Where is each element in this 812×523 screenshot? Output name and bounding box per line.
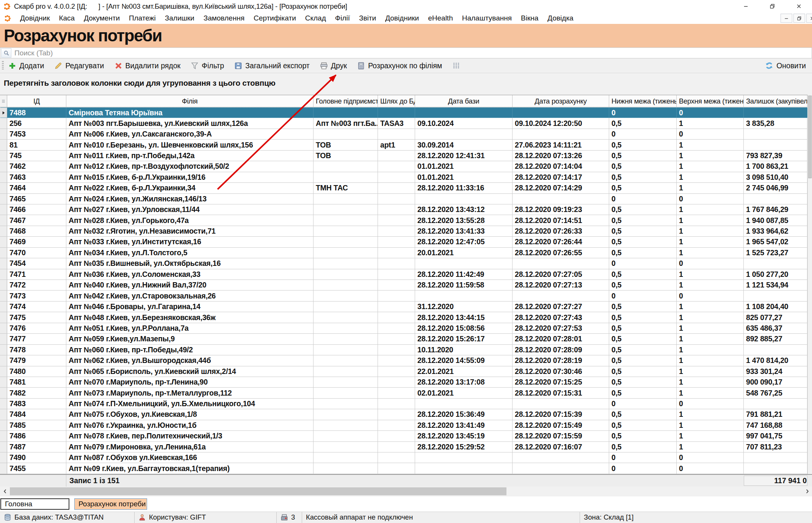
menu-item-10[interactable]: Довідники: [381, 14, 423, 22]
cell-base-date: 20.01.2021: [415, 248, 513, 258]
cell-dbpath: [378, 194, 415, 204]
menu-item-8[interactable]: Філії: [331, 14, 354, 22]
vertical-scrollbar[interactable]: [807, 95, 812, 474]
mdi-minimize-button[interactable]: [781, 14, 792, 23]
column-header-stock[interactable]: Залишок (закупівельн: [744, 95, 807, 107]
table-row[interactable]: 7466Апт №027 г.Киев, ул.Урловская,11/442…: [0, 204, 812, 215]
cell-filia: Апт №073 г.Мариуполь, пр-т.Металлургов,1…: [66, 388, 314, 398]
menu-item-11[interactable]: eHealth: [423, 14, 458, 22]
table-row[interactable]: 7471Апт №036 г.Киев, ул.Соломенская,3328…: [0, 269, 812, 280]
column-header-upper[interactable]: Верхня межа (тижень): [677, 95, 744, 107]
table-row[interactable]: 7484Апт №075 г.Обухов, ул.Киевская,1/828…: [0, 409, 812, 420]
column-header-base-date[interactable]: Дата бази: [415, 95, 513, 107]
table-row[interactable]: 7472Апт №040 г.Киев, ул.Нижний Вал,37/20…: [0, 280, 812, 291]
mdi-restore-button[interactable]: [793, 14, 805, 23]
search-input[interactable]: [12, 49, 812, 57]
column-header-lower[interactable]: Нижня межа (тижень): [609, 95, 677, 107]
menu-item-3[interactable]: Платежі: [124, 14, 160, 22]
table-row[interactable]: 7481Апт №070 г.Мариуполь, пр-т.Ленина,90…: [0, 377, 812, 388]
table-row[interactable]: 7475Апт №048 г.Киев, ул.Березняковская,3…: [0, 312, 812, 323]
window-restore-button[interactable]: [759, 0, 785, 13]
cell-filia: Апт №028 г.Киев, ул.Горького,47а: [66, 215, 314, 225]
table-row[interactable]: 7473Апт №042 г.Киев, ул.Старовокзальная,…: [0, 291, 812, 301]
menu-item-12[interactable]: Налаштування: [458, 14, 516, 22]
table-row[interactable]: 256Апт №003 пгт.Барышевка, ул.Киевский ш…: [0, 118, 812, 129]
table-row[interactable]: 7465Апт №024 г.Киев, ул.Жилянская,146/13…: [0, 194, 812, 204]
cell-calc-date: 28.12.2020 07:28:01: [513, 334, 609, 344]
menu-item-6[interactable]: Сертифікати: [249, 14, 301, 22]
vertical-scrollbar-thumb[interactable]: [808, 96, 812, 178]
toolbar-button-print[interactable]: Друк: [320, 61, 347, 70]
table-row[interactable]: 7490Апт №087 г.Обухов ул.Киевская,16600: [0, 452, 812, 463]
cell-id: 7455: [7, 463, 66, 473]
menu-item-7[interactable]: Склад: [301, 14, 331, 22]
table-row[interactable]: 7476Апт №051 г.Киев, ул.Р.Роллана,7а28.1…: [0, 323, 812, 334]
tab-rozrahunok-potreby[interactable]: Розрахунок потреби: [74, 498, 147, 510]
menu-item-1[interactable]: Каса: [54, 14, 79, 22]
table-row[interactable]: 7482Апт №073 г.Мариуполь, пр-т.Металлург…: [0, 388, 812, 398]
table-row[interactable]: 7478Апт №060 г.Киев, пр-т.Победы,49/210.…: [0, 345, 812, 355]
tab-home[interactable]: Головна: [0, 498, 69, 510]
table-row[interactable]: 7463Апт №015 г.Киев, б-р.Л.Украинки,19/1…: [0, 172, 812, 183]
column-header-head[interactable]: Головне підприємство: [314, 95, 378, 107]
table-row[interactable]: 745Апт №011 г.Киев, пр-т.Победы,142аТОВ2…: [0, 151, 812, 161]
toolbar-button-filter[interactable]: Фільтр: [191, 61, 224, 70]
cell-head: [314, 129, 378, 139]
toolbar-button-delete[interactable]: Видалити рядок: [114, 61, 181, 70]
horizontal-scrollbar[interactable]: [0, 487, 812, 496]
horizontal-scrollbar-thumb[interactable]: [10, 487, 506, 495]
table-row[interactable]: 7464Апт №022 г.Киев, б-р.Л.Украинки,34ТМ…: [0, 183, 812, 193]
table-row[interactable]: 7483Апт №074 г.П-Хмельницкий, ул.Б.Хмель…: [0, 399, 812, 409]
table-row[interactable]: 7462Апт №012 г.Киев, пр-т.Воздухофлотски…: [0, 161, 812, 172]
toolbar-button-columns[interactable]: [452, 62, 460, 70]
table-row[interactable]: 7486Апт №078 г.Киев, пер.Политехнический…: [0, 431, 812, 441]
search-icon[interactable]: [1, 48, 11, 58]
scroll-right-icon[interactable]: [803, 487, 811, 496]
table-row[interactable]: 7470Апт №034 г.Киев, ул.Л.Толстого,520.0…: [0, 248, 812, 258]
scroll-left-icon[interactable]: [1, 487, 9, 496]
window-minimize-button[interactable]: [732, 0, 759, 13]
toolbar-button-edit[interactable]: Редагувати: [54, 61, 104, 70]
table-row[interactable]: 7488Смірнова Тетяна Юрьївна00: [0, 107, 812, 118]
table-row[interactable]: 81Апт №010 г.Березань, ул. Шевченковский…: [0, 140, 812, 150]
mdi-close-button[interactable]: [806, 14, 812, 23]
table-row[interactable]: 7468Апт №032 г.Яготин, ул.Независимости,…: [0, 226, 812, 237]
refresh-button[interactable]: Оновити: [765, 61, 806, 70]
table-row[interactable]: 7467Апт №028 г.Киев, ул.Горького,47а28.1…: [0, 215, 812, 226]
menu-item-9[interactable]: Звіти: [354, 14, 381, 22]
row-indicator: [0, 248, 7, 258]
table-row[interactable]: 7477Апт №059 г.Киев,ул.Мазепы,928.12.202…: [0, 334, 812, 344]
column-header-calc-date[interactable]: Дата розрахунку: [513, 95, 609, 107]
cell-stock: 1 767 846,29: [744, 204, 807, 215]
toolbar-button-export[interactable]: Загальний експорт: [234, 61, 310, 70]
table-row[interactable]: 7454Апт №035 г.Вишневый, ул.Октябрьская,…: [0, 258, 812, 269]
menu-item-5[interactable]: Замовлення: [199, 14, 249, 22]
table-row[interactable]: 7485Апт №076 г.Украинка, ул.Юности,1б28.…: [0, 420, 812, 431]
table-row[interactable]: 7455Апт №09 г.Киев, ул.Баггаутовская,1(т…: [0, 463, 812, 474]
window-close-button[interactable]: [785, 0, 812, 13]
cell-upper: 0: [677, 452, 744, 463]
cell-lower: 0,5: [609, 161, 677, 171]
table-row[interactable]: 7453Апт №006 г.Киев, ул.Саксаганского,39…: [0, 129, 812, 140]
cell-upper: 1: [677, 431, 744, 441]
toolbar-button-add[interactable]: Додати: [8, 61, 44, 70]
grid-corner-icon[interactable]: [0, 95, 7, 107]
cell-filia: Апт №048 г.Киев, ул.Березняковская,36ж: [66, 312, 314, 322]
column-header-id[interactable]: ІД: [7, 95, 66, 107]
table-row[interactable]: 7479Апт №062 г.Киев, ул.Вышгородская,44б…: [0, 355, 812, 366]
cell-stock: [744, 140, 807, 150]
column-header-dbpath[interactable]: Шлях до БД: [378, 95, 415, 107]
table-row[interactable]: 7480Апт №065 г.Борисполь, ул.Киевский шл…: [0, 366, 812, 377]
table-row[interactable]: 7469Апт №033 г.Киев, ул.Институтская,162…: [0, 237, 812, 247]
status-text-4: Зона: Склад [1]: [584, 513, 634, 521]
table-row[interactable]: 7487Апт №079 г.Мироновка, ул.Ленина,61а2…: [0, 442, 812, 452]
menu-item-2[interactable]: Документи: [79, 14, 124, 22]
menu-item-4[interactable]: Залишки: [160, 14, 199, 22]
table-row[interactable]: 7474Апт №046 г.Бровары, ул.Гагарина,1431…: [0, 302, 812, 312]
toolbar-button-calc[interactable]: Розрахунок по філіям: [357, 61, 442, 70]
menu-item-14[interactable]: Довідка: [543, 14, 578, 22]
column-header-filia[interactable]: Філія: [66, 95, 314, 107]
menu-item-0[interactable]: Довідник: [16, 14, 54, 22]
menu-item-13[interactable]: Вікна: [516, 14, 543, 22]
toolbar-grip[interactable]: [2, 61, 4, 70]
